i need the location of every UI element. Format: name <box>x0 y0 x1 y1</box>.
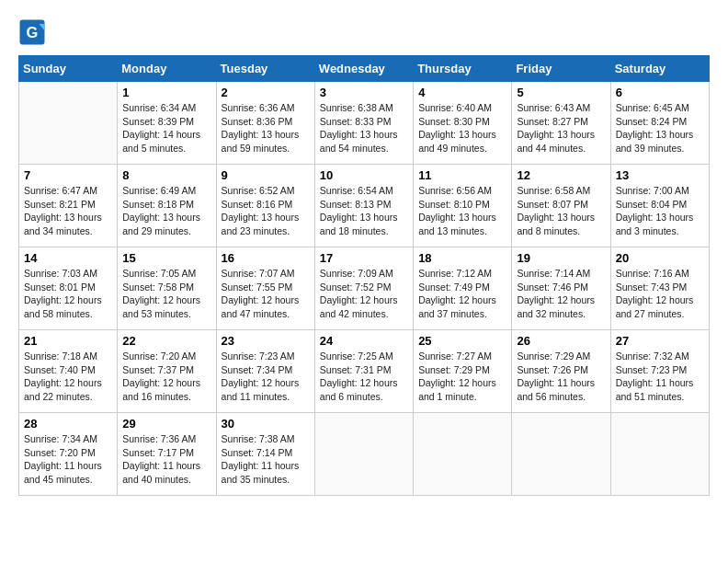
week-row-2: 7Sunrise: 6:47 AMSunset: 8:21 PMDaylight… <box>19 165 710 247</box>
calendar-cell: 29Sunrise: 7:36 AMSunset: 7:17 PMDayligh… <box>118 413 216 496</box>
day-number: 6 <box>616 86 704 99</box>
day-number: 28 <box>24 417 112 431</box>
page-header: G <box>18 18 710 46</box>
day-number: 1 <box>122 86 210 99</box>
weekday-header-monday: Monday <box>118 56 216 82</box>
day-info: Sunrise: 6:49 AMSunset: 8:18 PMDaylight:… <box>122 184 210 238</box>
day-number: 2 <box>222 86 310 99</box>
calendar-cell <box>610 413 709 496</box>
day-info: Sunrise: 6:58 AMSunset: 8:07 PMDaylight:… <box>517 184 605 238</box>
day-info: Sunrise: 6:38 AMSunset: 8:33 PMDaylight:… <box>320 101 408 155</box>
week-row-3: 14Sunrise: 7:03 AMSunset: 8:01 PMDayligh… <box>19 247 710 330</box>
day-number: 20 <box>616 251 704 265</box>
weekday-header-row: SundayMondayTuesdayWednesdayThursdayFrid… <box>19 56 710 82</box>
calendar-cell <box>512 413 610 496</box>
weekday-header-tuesday: Tuesday <box>216 56 314 82</box>
weekday-header-saturday: Saturday <box>610 56 709 82</box>
day-number: 17 <box>320 251 408 265</box>
day-info: Sunrise: 6:45 AMSunset: 8:24 PMDaylight:… <box>616 101 704 155</box>
calendar-cell: 8Sunrise: 6:49 AMSunset: 8:18 PMDaylight… <box>118 165 216 247</box>
calendar-cell: 18Sunrise: 7:12 AMSunset: 7:49 PMDayligh… <box>414 247 512 330</box>
day-number: 10 <box>320 168 408 182</box>
day-info: Sunrise: 6:34 AMSunset: 8:39 PMDaylight:… <box>122 101 210 155</box>
calendar-cell: 26Sunrise: 7:29 AMSunset: 7:26 PMDayligh… <box>512 330 610 413</box>
day-info: Sunrise: 7:05 AMSunset: 7:58 PMDaylight:… <box>122 267 210 321</box>
calendar-cell: 23Sunrise: 7:23 AMSunset: 7:34 PMDayligh… <box>216 330 314 413</box>
day-number: 27 <box>616 334 704 348</box>
logo-icon: G <box>18 18 46 46</box>
day-info: Sunrise: 6:40 AMSunset: 8:30 PMDaylight:… <box>418 101 506 155</box>
week-row-4: 21Sunrise: 7:18 AMSunset: 7:40 PMDayligh… <box>19 330 710 413</box>
calendar-cell: 1Sunrise: 6:34 AMSunset: 8:39 PMDaylight… <box>118 82 216 165</box>
week-row-5: 28Sunrise: 7:34 AMSunset: 7:20 PMDayligh… <box>19 413 710 496</box>
calendar-cell: 17Sunrise: 7:09 AMSunset: 7:52 PMDayligh… <box>314 247 413 330</box>
calendar-cell: 30Sunrise: 7:38 AMSunset: 7:14 PMDayligh… <box>216 413 314 496</box>
day-info: Sunrise: 6:47 AMSunset: 8:21 PMDaylight:… <box>24 184 112 238</box>
calendar-cell: 3Sunrise: 6:38 AMSunset: 8:33 PMDaylight… <box>314 82 413 165</box>
weekday-header-thursday: Thursday <box>414 56 512 82</box>
calendar-cell: 15Sunrise: 7:05 AMSunset: 7:58 PMDayligh… <box>118 247 216 330</box>
day-info: Sunrise: 7:34 AMSunset: 7:20 PMDaylight:… <box>24 432 112 487</box>
day-number: 15 <box>122 251 210 265</box>
calendar-table: SundayMondayTuesdayWednesdayThursdayFrid… <box>18 55 710 496</box>
day-info: Sunrise: 7:23 AMSunset: 7:34 PMDaylight:… <box>222 350 310 404</box>
calendar-cell: 5Sunrise: 6:43 AMSunset: 8:27 PMDaylight… <box>512 82 610 165</box>
day-info: Sunrise: 7:16 AMSunset: 7:43 PMDaylight:… <box>616 267 704 321</box>
day-number: 7 <box>24 168 112 182</box>
calendar-cell: 27Sunrise: 7:32 AMSunset: 7:23 PMDayligh… <box>610 330 709 413</box>
day-info: Sunrise: 6:52 AMSunset: 8:16 PMDaylight:… <box>222 184 310 238</box>
day-info: Sunrise: 7:27 AMSunset: 7:29 PMDaylight:… <box>418 350 506 404</box>
day-number: 25 <box>418 334 506 348</box>
day-number: 26 <box>517 334 605 348</box>
calendar-cell <box>314 413 413 496</box>
day-number: 4 <box>418 86 506 99</box>
day-info: Sunrise: 6:36 AMSunset: 8:36 PMDaylight:… <box>222 101 310 155</box>
day-info: Sunrise: 7:20 AMSunset: 7:37 PMDaylight:… <box>122 350 210 404</box>
day-info: Sunrise: 7:18 AMSunset: 7:40 PMDaylight:… <box>24 350 112 404</box>
calendar-cell: 7Sunrise: 6:47 AMSunset: 8:21 PMDaylight… <box>19 165 118 247</box>
weekday-header-friday: Friday <box>512 56 610 82</box>
calendar-cell: 12Sunrise: 6:58 AMSunset: 8:07 PMDayligh… <box>512 165 610 247</box>
day-number: 18 <box>418 251 506 265</box>
day-info: Sunrise: 7:32 AMSunset: 7:23 PMDaylight:… <box>616 350 704 404</box>
calendar-cell: 14Sunrise: 7:03 AMSunset: 8:01 PMDayligh… <box>19 247 118 330</box>
day-info: Sunrise: 6:54 AMSunset: 8:13 PMDaylight:… <box>320 184 408 238</box>
calendar-cell: 11Sunrise: 6:56 AMSunset: 8:10 PMDayligh… <box>414 165 512 247</box>
weekday-header-wednesday: Wednesday <box>314 56 413 82</box>
day-number: 9 <box>222 168 310 182</box>
calendar-cell: 9Sunrise: 6:52 AMSunset: 8:16 PMDaylight… <box>216 165 314 247</box>
day-number: 23 <box>222 334 310 348</box>
calendar-cell: 2Sunrise: 6:36 AMSunset: 8:36 PMDaylight… <box>216 82 314 165</box>
logo: G <box>18 18 50 46</box>
calendar-cell: 6Sunrise: 6:45 AMSunset: 8:24 PMDaylight… <box>610 82 709 165</box>
week-row-1: 1Sunrise: 6:34 AMSunset: 8:39 PMDaylight… <box>19 82 710 165</box>
day-number: 13 <box>616 168 704 182</box>
day-info: Sunrise: 7:36 AMSunset: 7:17 PMDaylight:… <box>122 432 210 487</box>
calendar-cell <box>19 82 118 165</box>
calendar-cell: 25Sunrise: 7:27 AMSunset: 7:29 PMDayligh… <box>414 330 512 413</box>
calendar-cell: 24Sunrise: 7:25 AMSunset: 7:31 PMDayligh… <box>314 330 413 413</box>
day-number: 30 <box>222 417 310 431</box>
day-number: 5 <box>517 86 605 99</box>
calendar-cell: 22Sunrise: 7:20 AMSunset: 7:37 PMDayligh… <box>118 330 216 413</box>
calendar-cell: 28Sunrise: 7:34 AMSunset: 7:20 PMDayligh… <box>19 413 118 496</box>
day-info: Sunrise: 6:43 AMSunset: 8:27 PMDaylight:… <box>517 101 605 155</box>
day-info: Sunrise: 7:07 AMSunset: 7:55 PMDaylight:… <box>222 267 310 321</box>
calendar-cell: 13Sunrise: 7:00 AMSunset: 8:04 PMDayligh… <box>610 165 709 247</box>
calendar-cell: 19Sunrise: 7:14 AMSunset: 7:46 PMDayligh… <box>512 247 610 330</box>
day-number: 19 <box>517 251 605 265</box>
day-info: Sunrise: 7:00 AMSunset: 8:04 PMDaylight:… <box>616 184 704 238</box>
calendar-cell: 4Sunrise: 6:40 AMSunset: 8:30 PMDaylight… <box>414 82 512 165</box>
day-info: Sunrise: 7:03 AMSunset: 8:01 PMDaylight:… <box>24 267 112 321</box>
day-number: 16 <box>222 251 310 265</box>
calendar-cell: 21Sunrise: 7:18 AMSunset: 7:40 PMDayligh… <box>19 330 118 413</box>
calendar-cell: 20Sunrise: 7:16 AMSunset: 7:43 PMDayligh… <box>610 247 709 330</box>
day-number: 3 <box>320 86 408 99</box>
day-number: 22 <box>122 334 210 348</box>
calendar-cell <box>414 413 512 496</box>
weekday-header-sunday: Sunday <box>19 56 118 82</box>
day-number: 24 <box>320 334 408 348</box>
day-info: Sunrise: 7:25 AMSunset: 7:31 PMDaylight:… <box>320 350 408 404</box>
day-info: Sunrise: 7:09 AMSunset: 7:52 PMDaylight:… <box>320 267 408 321</box>
calendar-cell: 10Sunrise: 6:54 AMSunset: 8:13 PMDayligh… <box>314 165 413 247</box>
